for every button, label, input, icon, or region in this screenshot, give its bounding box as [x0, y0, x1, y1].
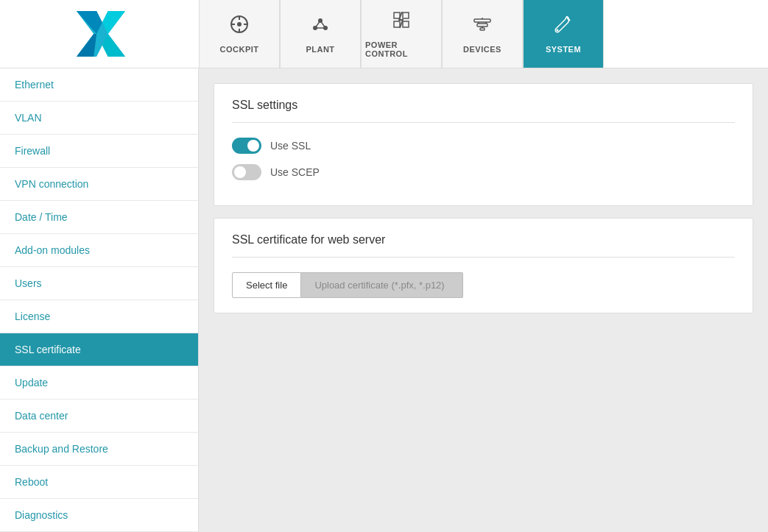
brand-logo	[70, 8, 129, 60]
cockpit-icon	[229, 14, 250, 39]
logo-area	[0, 0, 199, 68]
sidebar-item-license[interactable]: License	[0, 300, 198, 333]
tab-cockpit[interactable]: COCKPIT	[199, 0, 280, 68]
use-scep-row: Use SCEP	[232, 164, 735, 180]
svg-point-29	[557, 29, 559, 32]
upload-certificate-field: Upload certificate (*.pfx, *.p12)	[301, 272, 463, 298]
use-scep-slider	[232, 164, 261, 180]
ssl-certificate-card: SSL certificate for web server Select fi…	[214, 218, 753, 313]
power-control-icon	[391, 10, 412, 35]
sidebar-item-users[interactable]: Users	[0, 267, 198, 300]
file-upload-row: Select file Upload certificate (*.pfx, *…	[232, 272, 735, 298]
sidebar-item-data-center[interactable]: Data center	[0, 400, 198, 433]
sidebar-item-update[interactable]: Update	[0, 366, 198, 400]
sidebar-item-ethernet[interactable]: Ethernet	[0, 68, 198, 102]
sidebar-item-ssl-certificate[interactable]: SSL certificate	[0, 333, 198, 366]
use-ssl-toggle[interactable]	[232, 138, 261, 154]
svg-rect-23	[477, 24, 487, 26]
sidebar-item-vlan[interactable]: VLAN	[0, 102, 198, 135]
sidebar-item-backup-restore[interactable]: Backup and Restore	[0, 433, 198, 466]
use-ssl-slider	[232, 138, 261, 154]
tab-plant[interactable]: PLANT	[280, 0, 361, 68]
select-file-button[interactable]: Select file	[232, 272, 301, 298]
tab-system[interactable]: SYSTEM	[523, 0, 604, 68]
sidebar-item-firewall[interactable]: Firewall	[0, 135, 198, 168]
devices-icon	[472, 14, 493, 39]
tab-system-label: SYSTEM	[546, 45, 581, 54]
use-scep-label: Use SCEP	[270, 166, 320, 178]
tab-devices-label: DEVICES	[463, 45, 501, 54]
tab-power-control-label: POWER CONTROL	[365, 40, 437, 58]
svg-line-14	[315, 21, 320, 28]
sidebar-item-date-time[interactable]: Date / Time	[0, 201, 198, 234]
svg-line-15	[320, 21, 325, 28]
system-wrench-icon	[553, 14, 574, 39]
svg-point-6	[237, 22, 242, 26]
svg-rect-18	[403, 13, 409, 18]
tab-power-control[interactable]: POWER CONTROL	[361, 0, 442, 68]
tab-cockpit-label: COCKPIT	[220, 45, 259, 54]
svg-rect-22	[474, 19, 490, 22]
ssl-certificate-title: SSL certificate for web server	[232, 233, 735, 258]
svg-rect-20	[403, 21, 409, 27]
nav-tabs: COCKPIT PLANT	[199, 0, 604, 68]
svg-marker-3	[77, 34, 96, 57]
sidebar: Ethernet VLAN Firewall VPN connection Da…	[0, 68, 199, 532]
sidebar-item-reboot[interactable]: Reboot	[0, 466, 198, 499]
main-content: SSL settings Use SSL Use SCEP SSL certif…	[199, 68, 768, 532]
sidebar-item-diagnostics[interactable]: Diagnostics	[0, 499, 198, 532]
svg-rect-24	[480, 28, 485, 30]
ssl-settings-card: SSL settings Use SSL Use SCEP	[214, 83, 753, 206]
sidebar-item-vpn[interactable]: VPN connection	[0, 168, 198, 201]
svg-rect-19	[394, 21, 400, 27]
use-scep-toggle[interactable]	[232, 164, 261, 180]
use-ssl-label: Use SSL	[270, 140, 311, 152]
tab-devices[interactable]: DEVICES	[442, 0, 523, 68]
plant-icon	[310, 14, 331, 39]
sidebar-item-add-on[interactable]: Add-on modules	[0, 234, 198, 267]
tab-plant-label: PLANT	[306, 45, 334, 54]
svg-line-30	[567, 18, 570, 21]
svg-rect-17	[394, 13, 400, 18]
use-ssl-row: Use SSL	[232, 138, 735, 154]
ssl-settings-title: SSL settings	[232, 99, 735, 123]
